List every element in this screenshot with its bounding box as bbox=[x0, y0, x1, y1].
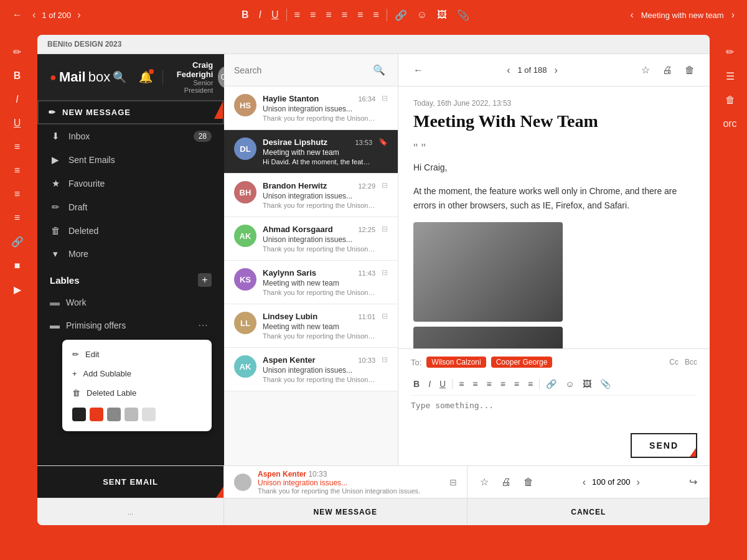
reply-align-c[interactable]: ≡ bbox=[498, 378, 508, 390]
left-sidebar-list2[interactable]: ≡ bbox=[11, 161, 24, 180]
nav-next-button[interactable]: › bbox=[75, 7, 83, 23]
label-promising[interactable]: ▬ Primising offers ⋯ bbox=[50, 313, 212, 337]
sidebar-item-draft[interactable]: ✏ Draft bbox=[37, 195, 224, 219]
vb-right[interactable]: CANCEL bbox=[467, 498, 710, 525]
reply-align-r[interactable]: ≡ bbox=[512, 378, 522, 390]
bottom-bookmark[interactable]: ⊟ bbox=[449, 477, 457, 487]
link-button[interactable]: 🔗 bbox=[392, 7, 410, 24]
left-sidebar-bold[interactable]: B bbox=[10, 67, 25, 85]
email-item-2[interactable]: DL Desirae Lipshutz 13:53 Meeting with n… bbox=[224, 130, 398, 174]
reply-align-l[interactable]: ≡ bbox=[484, 378, 494, 390]
reply-input[interactable] bbox=[411, 401, 697, 426]
left-sidebar-compose[interactable]: ✏ bbox=[9, 42, 25, 62]
right-sidebar-btn-2[interactable]: ☰ bbox=[722, 67, 738, 86]
underline-button[interactable]: U bbox=[269, 7, 281, 23]
email-item-1[interactable]: HS Haylie Stanton 16:34 Unison integrati… bbox=[224, 86, 398, 130]
left-sidebar-underline[interactable]: U bbox=[10, 114, 25, 133]
send-button[interactable]: SEND bbox=[631, 433, 697, 458]
bottom-reply-btn[interactable]: ↪ bbox=[687, 474, 700, 490]
emoji-button[interactable]: ☺ bbox=[415, 7, 430, 23]
reply-image[interactable]: 🖼 bbox=[580, 378, 594, 390]
bottom-print[interactable]: 🖨 bbox=[499, 474, 514, 490]
reply-italic[interactable]: I bbox=[426, 378, 433, 390]
left-sidebar-play[interactable]: ▶ bbox=[10, 280, 25, 299]
detail-back-button[interactable]: ← bbox=[411, 62, 426, 78]
reply-olist[interactable]: ≡ bbox=[470, 378, 480, 390]
labels-add-button[interactable]: + bbox=[198, 273, 212, 287]
cc-label[interactable]: Cc bbox=[669, 358, 679, 366]
sidebar-item-inbox[interactable]: ⬇ Inbox 28 bbox=[37, 124, 224, 148]
swatch-3[interactable] bbox=[107, 408, 121, 421]
left-sidebar-link[interactable]: 🔗 bbox=[7, 232, 27, 251]
align-right-button[interactable]: ≡ bbox=[355, 7, 365, 23]
reply-ulist[interactable]: ≡ bbox=[456, 378, 466, 390]
list-button-1[interactable]: ≡ bbox=[292, 7, 303, 23]
left-sidebar-list1[interactable]: ≡ bbox=[11, 138, 24, 156]
left-sidebar-list3[interactable]: ≡ bbox=[11, 185, 24, 203]
list-button-2[interactable]: ≡ bbox=[308, 7, 318, 23]
swatch-2[interactable] bbox=[90, 408, 103, 421]
detail-body: Today, 16th June 2022, 13:53 Meeting Wit… bbox=[398, 86, 710, 348]
right-sidebar-btn-3[interactable]: 🗑 bbox=[721, 91, 739, 110]
reply-link[interactable]: 🔗 bbox=[543, 378, 559, 390]
header-search-button[interactable]: 🔍 bbox=[110, 68, 129, 86]
sidebar-item-favourite[interactable]: ★ Favourite bbox=[37, 172, 224, 195]
align-justify-button[interactable]: ≡ bbox=[370, 7, 381, 23]
swatch-5[interactable] bbox=[142, 408, 156, 421]
bottom-star[interactable]: ☆ bbox=[477, 474, 491, 490]
labels-header: Lables + bbox=[50, 273, 212, 287]
sidebar-item-more[interactable]: ▾ More bbox=[37, 242, 224, 266]
sidebar-item-sent[interactable]: ▶ Sent Emails bbox=[37, 148, 224, 172]
context-edit[interactable]: ✏ Edit bbox=[62, 345, 212, 364]
context-delete-lable[interactable]: 🗑 Deleted Lable bbox=[62, 383, 212, 403]
email-nav-prev[interactable]: ‹ bbox=[627, 7, 636, 23]
detail-star-button[interactable]: ☆ bbox=[639, 62, 652, 78]
reply-emoji[interactable]: ☺ bbox=[563, 378, 576, 390]
align-center-button[interactable]: ≡ bbox=[339, 7, 350, 23]
label-work[interactable]: ▬ Work bbox=[50, 292, 212, 313]
search-button[interactable]: 🔍 bbox=[370, 62, 388, 78]
left-sidebar-block[interactable]: ■ bbox=[11, 256, 24, 275]
back-button[interactable]: ← bbox=[10, 7, 25, 23]
label-menu-button[interactable]: ⋯ bbox=[194, 318, 212, 332]
sidebar-item-deleted[interactable]: 🗑 Deleted bbox=[37, 219, 224, 242]
new-message-button[interactable]: ✏ NEW MESSAGE bbox=[37, 100, 224, 124]
recipient-2[interactable]: Cooper George bbox=[491, 357, 553, 368]
bottom-nav-next[interactable]: › bbox=[634, 474, 642, 490]
reply-align-j[interactable]: ≡ bbox=[525, 378, 535, 390]
sent-email-bar[interactable]: SENT EMAIL bbox=[37, 466, 224, 498]
email-item-3[interactable]: BH Brandon Herwitz 12:29 Unison integrat… bbox=[224, 174, 398, 217]
context-add-sublable[interactable]: + Add Sublable bbox=[62, 364, 212, 383]
bottom-delete[interactable]: 🗑 bbox=[521, 474, 536, 490]
detail-print-button[interactable]: 🖨 bbox=[660, 62, 675, 78]
image-button[interactable]: 🖼 bbox=[435, 7, 449, 23]
reply-attach[interactable]: 📎 bbox=[598, 378, 613, 390]
nav-prev-button[interactable]: ‹ bbox=[30, 7, 38, 23]
reply-bold[interactable]: B bbox=[411, 378, 422, 390]
bottom-nav-prev[interactable]: ‹ bbox=[580, 474, 588, 490]
swatch-4[interactable] bbox=[125, 408, 138, 421]
email-item-7[interactable]: AK Aspen Kenter 10:33 Unison integration… bbox=[224, 348, 398, 391]
search-input[interactable] bbox=[234, 65, 365, 75]
bcc-label[interactable]: Bcc bbox=[685, 358, 697, 366]
left-sidebar-italic[interactable]: I bbox=[12, 90, 22, 109]
email-item-6[interactable]: LL Lindsey Lubin 11:01 Meeting with new … bbox=[224, 304, 398, 348]
attach-button[interactable]: 📎 bbox=[454, 7, 472, 24]
detail-delete-button[interactable]: 🗑 bbox=[682, 62, 697, 78]
email-item-4[interactable]: AK Ahmad Korsgaard 12:25 Unison integrat… bbox=[224, 217, 398, 261]
header-notification-button[interactable]: 🔔 bbox=[136, 68, 155, 86]
detail-nav-prev[interactable]: ‹ bbox=[504, 62, 512, 78]
detail-nav-next[interactable]: › bbox=[552, 62, 560, 78]
vb-mid[interactable]: NEW MESSAGE bbox=[224, 498, 467, 525]
italic-button[interactable]: I bbox=[256, 7, 264, 23]
bold-button[interactable]: B bbox=[239, 7, 251, 23]
email-item-5[interactable]: KS Kaylynn Saris 11:43 Meeting with new … bbox=[224, 261, 398, 304]
right-sidebar-btn-4[interactable]: orc bbox=[719, 114, 740, 133]
swatch-1[interactable] bbox=[72, 408, 86, 421]
reply-underline[interactable]: U bbox=[437, 378, 448, 390]
recipient-1[interactable]: Wilson Calzoni bbox=[426, 357, 486, 368]
right-sidebar-btn-1[interactable]: ✏ bbox=[722, 42, 738, 62]
email-nav-next[interactable]: › bbox=[729, 7, 737, 23]
left-sidebar-list4[interactable]: ≡ bbox=[11, 208, 24, 227]
align-left-button[interactable]: ≡ bbox=[323, 7, 334, 23]
